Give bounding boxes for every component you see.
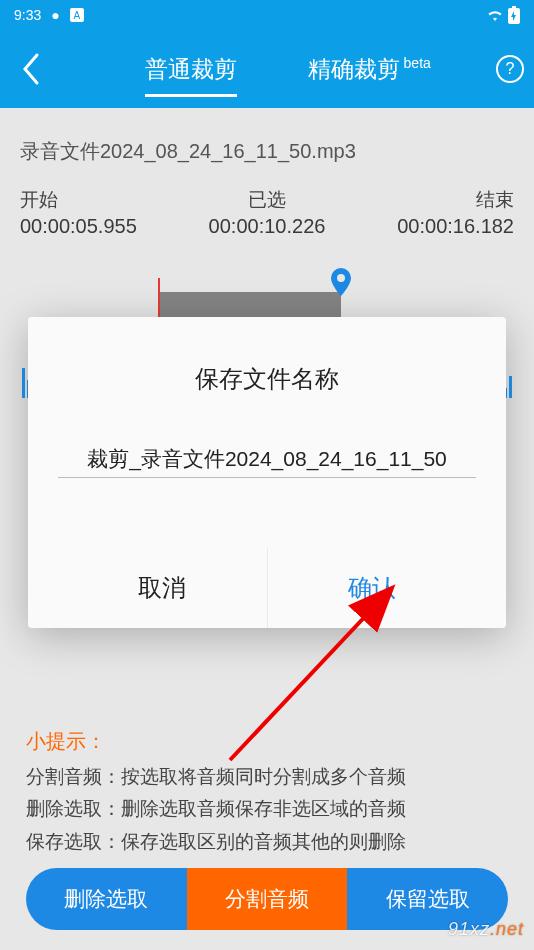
watermark: 91xz.net	[448, 919, 524, 940]
cancel-button[interactable]: 取消	[58, 548, 267, 628]
save-filename-input[interactable]	[58, 441, 476, 478]
dialog-backdrop: 保存文件名称 取消 确认	[0, 0, 534, 950]
confirm-button[interactable]: 确认	[267, 548, 477, 628]
save-dialog: 保存文件名称 取消 确认	[28, 317, 506, 628]
dialog-title: 保存文件名称	[58, 363, 476, 395]
